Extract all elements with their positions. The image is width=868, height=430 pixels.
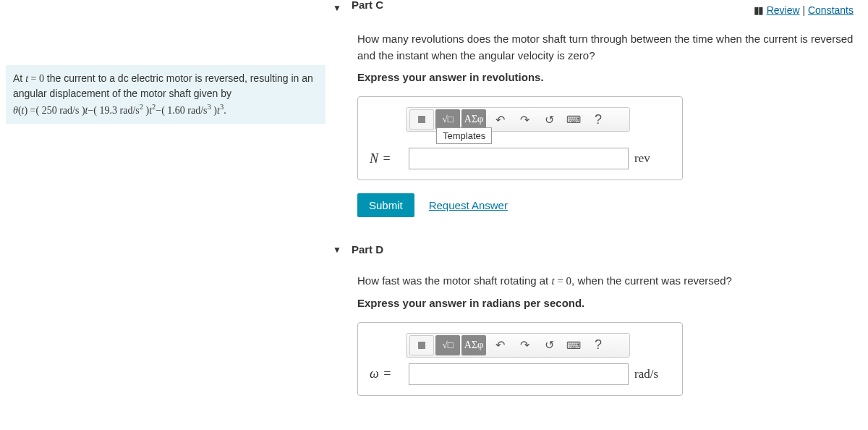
part-c-request-answer-link[interactable]: Request Answer	[429, 199, 508, 211]
help-icon[interactable]: ?	[586, 335, 610, 355]
redo-icon[interactable]: ↷	[512, 109, 537, 130]
undo-icon[interactable]: ↶	[488, 109, 512, 130]
part-d-unit: rad/s	[634, 367, 671, 381]
part-c-var-label: N =	[370, 151, 403, 166]
problem-statement: At t = 0 the current to a dc electric mo…	[6, 65, 326, 124]
part-d-toolbar: √□ ΑΣφ ↶ ↷ ↺ ⌨ ?	[406, 333, 630, 358]
problem-text-1: At t = 0 the current to a dc electric mo…	[13, 72, 313, 99]
problem-equation: θ(t) =( 250 rad/s )t−( 19.3 rad/s2 )t2−(…	[13, 105, 226, 116]
root-fraction-icon[interactable]: √□	[435, 109, 460, 130]
redo-icon[interactable]: ↷	[512, 335, 537, 355]
caret-down-icon: ▼	[333, 3, 341, 13]
pause-icon: ▮▮	[754, 4, 762, 16]
part-d-answer-box: √□ ΑΣφ ↶ ↷ ↺ ⌨ ? ω = rad/s	[357, 322, 683, 396]
keyboard-icon[interactable]: ⌨	[561, 335, 586, 355]
part-d-answer-input[interactable]	[409, 363, 629, 385]
part-c-question: How many revolutions does the motor shaf…	[357, 31, 854, 64]
part-c-answer-input[interactable]	[409, 148, 629, 169]
templates-tooltip: Templates	[436, 127, 492, 144]
caret-down-icon: ▼	[333, 245, 341, 255]
constants-link[interactable]: Constants	[808, 4, 854, 16]
reset-icon[interactable]: ↺	[537, 109, 561, 130]
part-c-unit: rev	[634, 151, 671, 166]
part-c-instruction: Express your answer in revolutions.	[357, 71, 854, 83]
part-c-submit-button[interactable]: Submit	[357, 193, 414, 217]
part-d-var-label: ω =	[370, 366, 403, 381]
reset-icon[interactable]: ↺	[537, 335, 561, 355]
part-d-header[interactable]: ▼ Part D	[333, 239, 854, 263]
placeholder-icon[interactable]	[409, 109, 434, 130]
keyboard-icon[interactable]: ⌨	[561, 109, 586, 130]
part-c-answer-box: √□ ΑΣφ ↶ ↷ ↺ ⌨ ? Templates N = rev	[357, 96, 683, 180]
placeholder-icon[interactable]	[409, 335, 434, 355]
help-icon[interactable]: ?	[586, 109, 610, 130]
part-d-question: How fast was the motor shaft rotating at…	[357, 273, 854, 290]
part-d-instruction: Express your answer in radians per secon…	[357, 297, 854, 309]
part-c-label: Part C	[352, 0, 383, 11]
top-links: ▮▮ Review | Constants	[754, 4, 854, 16]
part-d-label: Part D	[352, 243, 383, 256]
symbols-button[interactable]: ΑΣφ	[461, 109, 486, 130]
symbols-button[interactable]: ΑΣφ	[461, 335, 486, 355]
root-fraction-icon[interactable]: √□	[435, 335, 460, 355]
review-link[interactable]: Review	[767, 4, 800, 16]
undo-icon[interactable]: ↶	[488, 335, 512, 355]
